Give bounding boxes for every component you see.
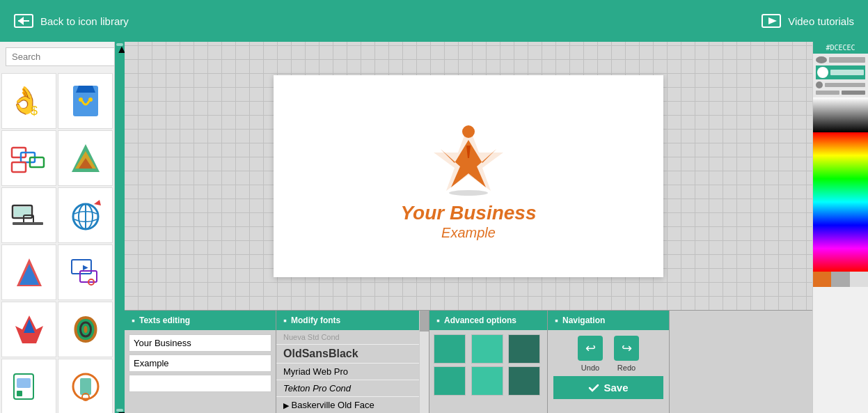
color-palette-row [813, 272, 868, 287]
icon-cell[interactable] [58, 187, 113, 243]
icon-cell[interactable] [1, 187, 56, 243]
palette-lightgray[interactable] [850, 272, 868, 287]
palette-gray[interactable] [831, 272, 849, 287]
header: Back to icon library Video tutorials [0, 0, 868, 42]
back-arrow-icon [14, 14, 33, 28]
navigation-header: ▪ Navigation [548, 311, 669, 330]
advanced-options-label: Advanced options [444, 315, 516, 325]
fonts-scrollbar[interactable] [419, 311, 429, 413]
font-item-selected[interactable]: OldSansBlack [276, 345, 419, 364]
tutorials-label: Video tutorials [788, 15, 854, 27]
undo-icon: ↩ [578, 336, 603, 361]
scroll-pip-down: ▼ [116, 409, 123, 412]
icon-cell[interactable] [58, 130, 113, 186]
save-button[interactable]: Save [553, 376, 663, 399]
navigation-panel: ▪ Navigation ↩ Undo ↪ Redo [548, 311, 670, 413]
navigation-label: Navigation [562, 315, 605, 325]
svg-rect-30 [17, 378, 31, 388]
color-swatch-2[interactable] [471, 334, 503, 364]
color-bw-gradient[interactable] [813, 98, 868, 132]
advanced-options-panel: ▪ Advanced options [429, 311, 548, 413]
svg-point-10 [79, 98, 83, 102]
main-layout: 👌$ [0, 42, 868, 413]
icon-cell[interactable] [1, 244, 56, 300]
layout-option-4[interactable] [816, 91, 865, 95]
undo-label: Undo [581, 364, 599, 372]
canvas-area: Your Business Example ▪ Texts editing [125, 42, 812, 413]
texts-editing-label: Texts editing [139, 315, 190, 325]
color-hex-display: #DCECEC [813, 42, 868, 54]
layout-option-3[interactable] [816, 81, 865, 88]
svg-text:▶: ▶ [83, 263, 88, 271]
bullet-icon: ▪ [283, 315, 287, 326]
bottom-toolbar: ▪ Texts editing [125, 310, 812, 413]
font-item[interactable]: Nueva Std Cond [276, 330, 419, 345]
bullet-icon: ▪ [555, 315, 558, 326]
color-swatch-5[interactable] [471, 366, 503, 396]
business-text-line1: Your Business [400, 201, 536, 225]
color-swatch-3[interactable] [508, 334, 540, 364]
scroll-pip-up: ▲ [116, 43, 123, 46]
icon-cell[interactable] [1, 302, 56, 357]
svg-marker-4 [768, 17, 777, 24]
layout-options [813, 54, 868, 98]
modify-fonts-label: Modify fonts [291, 315, 340, 325]
font-item[interactable]: Myriad Web Pro [276, 364, 419, 380]
icon-grid: 👌$ [0, 72, 114, 413]
icon-cell[interactable] [58, 73, 113, 129]
color-swatch-4[interactable] [434, 366, 466, 396]
icon-sidebar: 👌$ [0, 42, 115, 413]
icon-cell[interactable] [1, 130, 56, 186]
sidebar-scrollbar[interactable]: ▲ ▼ [115, 42, 125, 413]
texts-editing-header: ▪ Texts editing [125, 311, 276, 330]
svg-point-39 [449, 190, 488, 196]
icon-cell[interactable]: 👌$ [1, 73, 56, 129]
advanced-options-body [429, 330, 547, 400]
redo-label: Redo [617, 364, 636, 372]
fonts-panel-inner: ▪ Modify fonts Nueva Std Cond OldSansBla… [276, 311, 419, 413]
scrollbar-track [420, 332, 429, 413]
svg-rect-19 [13, 222, 43, 225]
video-icon [762, 14, 781, 28]
svg-text:$: $ [31, 104, 38, 118]
svg-rect-31 [17, 391, 22, 396]
search-bar [0, 42, 114, 72]
layout-option-2[interactable] [816, 65, 865, 79]
icon-cell[interactable] [58, 359, 113, 413]
back-to-library-button[interactable]: Back to icon library [14, 14, 129, 28]
advanced-options-header: ▪ Advanced options [429, 311, 547, 330]
checkmark-icon [588, 382, 599, 393]
text-input-row-1 [129, 334, 271, 352]
canvas-inner: Your Business Example [274, 75, 663, 277]
color-swatch-6[interactable] [508, 366, 540, 396]
svg-rect-15 [12, 162, 26, 172]
save-label: Save [603, 382, 628, 393]
color-spectrum[interactable] [813, 132, 868, 272]
font-item[interactable]: ▶ Baskerville Old Face [276, 397, 419, 413]
text-input-row-3 [129, 375, 271, 392]
svg-rect-33 [80, 378, 91, 395]
logo-figure [427, 111, 510, 201]
layout-option-1[interactable] [816, 56, 865, 63]
sidebar-section: 👌$ [0, 42, 125, 413]
tagline-input[interactable] [129, 354, 271, 372]
palette-orange[interactable] [813, 272, 831, 287]
icon-cell[interactable] [1, 359, 56, 413]
search-input[interactable] [6, 47, 115, 66]
text-input-row-2 [129, 354, 271, 372]
undo-button[interactable]: ↩ Undo [578, 336, 603, 372]
undo-redo-buttons: ↩ Undo ↪ Redo [578, 336, 639, 372]
back-label: Back to icon library [40, 15, 129, 27]
redo-icon: ↪ [614, 336, 639, 361]
icon-cell[interactable] [58, 302, 113, 357]
icon-cell[interactable]: ▶ [58, 244, 113, 300]
bullet-icon: ▪ [436, 315, 440, 326]
color-swatch-1[interactable] [434, 334, 466, 364]
modify-fonts-panel: ▪ Modify fonts Nueva Std Cond OldSansBla… [276, 311, 429, 413]
modify-fonts-header: ▪ Modify fonts [276, 311, 419, 330]
font-item[interactable]: Tekton Pro Cond [276, 380, 419, 397]
business-name-input[interactable] [129, 334, 271, 352]
redo-button[interactable]: ↪ Redo [614, 336, 639, 372]
extra-line-input[interactable] [129, 375, 271, 392]
video-tutorials-button[interactable]: Video tutorials [762, 14, 854, 28]
